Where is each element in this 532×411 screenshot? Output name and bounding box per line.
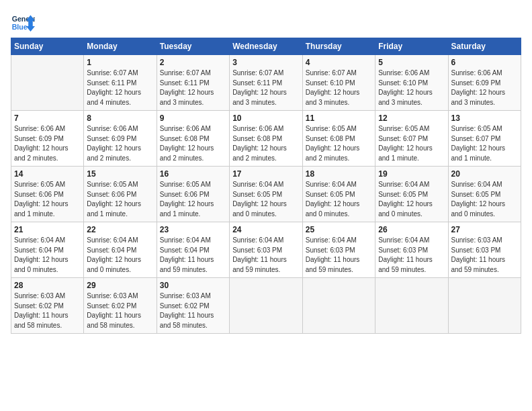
calendar-cell xyxy=(448,278,521,334)
calendar-cell: 25Sunrise: 6:04 AM Sunset: 6:03 PM Dayli… xyxy=(302,222,375,278)
day-detail: Sunrise: 6:06 AM Sunset: 6:10 PM Dayligh… xyxy=(378,68,445,107)
day-detail: Sunrise: 6:07 AM Sunset: 6:11 PM Dayligh… xyxy=(87,68,153,107)
header-saturday: Saturday xyxy=(448,38,521,55)
calendar-cell: 27Sunrise: 6:03 AM Sunset: 6:03 PM Dayli… xyxy=(448,222,521,278)
day-detail: Sunrise: 6:04 AM Sunset: 6:05 PM Dayligh… xyxy=(306,180,372,219)
calendar-cell: 8Sunrise: 6:06 AM Sunset: 6:09 PM Daylig… xyxy=(84,111,157,167)
calendar-cell: 12Sunrise: 6:05 AM Sunset: 6:07 PM Dayli… xyxy=(375,111,448,167)
day-detail: Sunrise: 6:04 AM Sunset: 6:04 PM Dayligh… xyxy=(87,236,153,275)
header-tuesday: Tuesday xyxy=(157,38,229,55)
day-detail: Sunrise: 6:04 AM Sunset: 6:04 PM Dayligh… xyxy=(160,236,226,275)
day-detail: Sunrise: 6:05 AM Sunset: 6:07 PM Dayligh… xyxy=(378,124,445,163)
day-number: 9 xyxy=(160,113,226,123)
day-number: 26 xyxy=(378,225,445,234)
day-detail: Sunrise: 6:06 AM Sunset: 6:09 PM Dayligh… xyxy=(14,124,81,163)
day-number: 20 xyxy=(451,169,519,179)
day-number: 6 xyxy=(451,58,519,67)
day-number: 17 xyxy=(232,169,300,179)
day-number: 22 xyxy=(87,225,153,234)
calendar-week-2: 7Sunrise: 6:06 AM Sunset: 6:09 PM Daylig… xyxy=(11,111,521,167)
calendar-cell: 7Sunrise: 6:06 AM Sunset: 6:09 PM Daylig… xyxy=(11,111,84,167)
calendar-cell: 20Sunrise: 6:04 AM Sunset: 6:05 PM Dayli… xyxy=(448,167,521,222)
calendar-cell: 30Sunrise: 6:03 AM Sunset: 6:02 PM Dayli… xyxy=(157,278,229,334)
day-detail: Sunrise: 6:03 AM Sunset: 6:02 PM Dayligh… xyxy=(160,291,226,330)
calendar-cell: 26Sunrise: 6:04 AM Sunset: 6:03 PM Dayli… xyxy=(375,222,448,278)
day-number: 11 xyxy=(306,113,372,123)
day-number: 15 xyxy=(87,169,153,179)
day-number: 27 xyxy=(451,225,519,234)
day-number: 29 xyxy=(87,281,153,290)
calendar-cell: 13Sunrise: 6:05 AM Sunset: 6:07 PM Dayli… xyxy=(448,111,521,167)
day-detail: Sunrise: 6:05 AM Sunset: 6:06 PM Dayligh… xyxy=(160,180,226,219)
calendar-cell: 11Sunrise: 6:05 AM Sunset: 6:08 PM Dayli… xyxy=(302,111,375,167)
logo: General Blue xyxy=(11,11,36,35)
calendar-cell: 16Sunrise: 6:05 AM Sunset: 6:06 PM Dayli… xyxy=(157,167,229,222)
day-number: 3 xyxy=(232,58,300,67)
day-number: 23 xyxy=(160,225,226,234)
calendar-table: SundayMondayTuesdayWednesdayThursdayFrid… xyxy=(11,38,521,334)
day-number: 30 xyxy=(160,281,226,290)
calendar-cell: 17Sunrise: 6:04 AM Sunset: 6:05 PM Dayli… xyxy=(230,167,303,222)
day-number: 8 xyxy=(87,113,153,123)
day-detail: Sunrise: 6:03 AM Sunset: 6:02 PM Dayligh… xyxy=(14,291,81,330)
calendar-cell: 1Sunrise: 6:07 AM Sunset: 6:11 PM Daylig… xyxy=(84,55,157,111)
svg-text:Blue: Blue xyxy=(12,23,28,31)
day-number: 1 xyxy=(87,58,153,67)
calendar-cell: 28Sunrise: 6:03 AM Sunset: 6:02 PM Dayli… xyxy=(11,278,84,334)
day-number: 14 xyxy=(14,169,81,179)
day-detail: Sunrise: 6:04 AM Sunset: 6:05 PM Dayligh… xyxy=(451,180,519,219)
day-number: 19 xyxy=(378,169,445,179)
calendar-week-3: 14Sunrise: 6:05 AM Sunset: 6:06 PM Dayli… xyxy=(11,167,521,222)
day-detail: Sunrise: 6:04 AM Sunset: 6:03 PM Dayligh… xyxy=(306,236,372,275)
calendar-cell: 22Sunrise: 6:04 AM Sunset: 6:04 PM Dayli… xyxy=(84,222,157,278)
calendar-cell: 29Sunrise: 6:03 AM Sunset: 6:02 PM Dayli… xyxy=(84,278,157,334)
day-detail: Sunrise: 6:06 AM Sunset: 6:09 PM Dayligh… xyxy=(451,68,519,107)
calendar-week-5: 28Sunrise: 6:03 AM Sunset: 6:02 PM Dayli… xyxy=(11,278,521,334)
day-number: 25 xyxy=(306,225,372,234)
day-detail: Sunrise: 6:06 AM Sunset: 6:08 PM Dayligh… xyxy=(232,124,300,163)
day-number: 28 xyxy=(14,281,81,290)
calendar-cell: 5Sunrise: 6:06 AM Sunset: 6:10 PM Daylig… xyxy=(375,55,448,111)
day-number: 24 xyxy=(232,225,300,234)
header-wednesday: Wednesday xyxy=(230,38,303,55)
day-detail: Sunrise: 6:07 AM Sunset: 6:11 PM Dayligh… xyxy=(160,68,226,107)
day-detail: Sunrise: 6:06 AM Sunset: 6:09 PM Dayligh… xyxy=(87,124,153,163)
day-detail: Sunrise: 6:04 AM Sunset: 6:03 PM Dayligh… xyxy=(232,236,300,275)
calendar-cell: 21Sunrise: 6:04 AM Sunset: 6:04 PM Dayli… xyxy=(11,222,84,278)
page-header: General Blue xyxy=(11,11,521,35)
day-number: 18 xyxy=(306,169,372,179)
day-number: 16 xyxy=(160,169,226,179)
calendar-cell: 4Sunrise: 6:07 AM Sunset: 6:10 PM Daylig… xyxy=(302,55,375,111)
calendar-cell: 2Sunrise: 6:07 AM Sunset: 6:11 PM Daylig… xyxy=(157,55,229,111)
day-number: 13 xyxy=(451,113,519,123)
calendar-cell: 3Sunrise: 6:07 AM Sunset: 6:11 PM Daylig… xyxy=(230,55,303,111)
day-detail: Sunrise: 6:05 AM Sunset: 6:08 PM Dayligh… xyxy=(306,124,372,163)
calendar-cell: 14Sunrise: 6:05 AM Sunset: 6:06 PM Dayli… xyxy=(11,167,84,222)
day-number: 10 xyxy=(232,113,300,123)
calendar-cell: 15Sunrise: 6:05 AM Sunset: 6:06 PM Dayli… xyxy=(84,167,157,222)
day-detail: Sunrise: 6:07 AM Sunset: 6:10 PM Dayligh… xyxy=(306,68,372,107)
day-detail: Sunrise: 6:04 AM Sunset: 6:05 PM Dayligh… xyxy=(232,180,300,219)
header-monday: Monday xyxy=(84,38,157,55)
day-detail: Sunrise: 6:07 AM Sunset: 6:11 PM Dayligh… xyxy=(232,68,300,107)
day-detail: Sunrise: 6:03 AM Sunset: 6:03 PM Dayligh… xyxy=(451,236,519,275)
day-number: 4 xyxy=(306,58,372,67)
day-detail: Sunrise: 6:06 AM Sunset: 6:08 PM Dayligh… xyxy=(160,124,226,163)
day-detail: Sunrise: 6:04 AM Sunset: 6:05 PM Dayligh… xyxy=(378,180,445,219)
calendar-cell xyxy=(302,278,375,334)
day-number: 5 xyxy=(378,58,445,67)
calendar-header-row: SundayMondayTuesdayWednesdayThursdayFrid… xyxy=(11,38,521,55)
day-detail: Sunrise: 6:03 AM Sunset: 6:02 PM Dayligh… xyxy=(87,291,153,330)
day-number: 2 xyxy=(160,58,226,67)
calendar-cell xyxy=(230,278,303,334)
day-number: 12 xyxy=(378,113,445,123)
calendar-cell: 6Sunrise: 6:06 AM Sunset: 6:09 PM Daylig… xyxy=(448,55,521,111)
day-number: 21 xyxy=(14,225,81,234)
calendar-cell: 10Sunrise: 6:06 AM Sunset: 6:08 PM Dayli… xyxy=(230,111,303,167)
calendar-cell: 19Sunrise: 6:04 AM Sunset: 6:05 PM Dayli… xyxy=(375,167,448,222)
header-friday: Friday xyxy=(375,38,448,55)
calendar-week-1: 1Sunrise: 6:07 AM Sunset: 6:11 PM Daylig… xyxy=(11,55,521,111)
calendar-week-4: 21Sunrise: 6:04 AM Sunset: 6:04 PM Dayli… xyxy=(11,222,521,278)
header-sunday: Sunday xyxy=(11,38,84,55)
calendar-cell xyxy=(11,55,84,111)
